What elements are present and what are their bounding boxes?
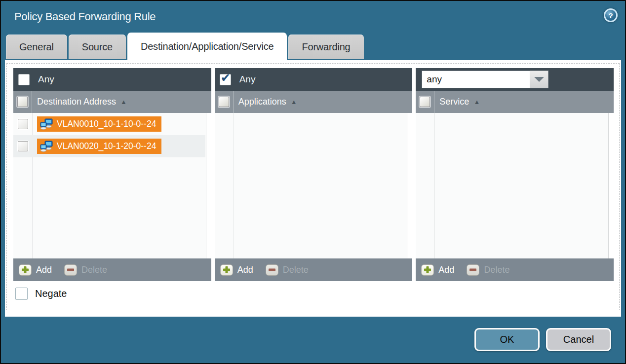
applications-column-header-row: Applications ▲ [215,91,413,113]
destination-row-2-checkbox[interactable] [18,141,28,151]
applications-any-bar: Any [215,68,413,91]
address-object-icon [40,118,53,130]
destination-add-button[interactable]: Add [19,264,52,276]
applications-list [215,113,413,258]
destination-select-all-checkbox[interactable] [17,97,28,107]
applications-column: Any Applications ▲ Add [215,68,413,281]
tab-bar: General Source Destination/Application/S… [6,33,365,60]
minus-icon [266,264,278,276]
service-select-all-checkbox[interactable] [420,97,430,107]
destination-column-header-row: Destination Address ▲ [13,91,211,113]
sort-asc-icon: ▲ [473,98,480,106]
scrollbar-track[interactable] [407,113,412,258]
scrollbar-track[interactable] [206,113,211,258]
service-toolbar: Add Delete [416,258,614,281]
address-object-label: VLAN0020_10-1-20-0--24 [57,141,156,151]
minus-icon [467,264,479,276]
service-dropdown[interactable]: any [422,71,548,88]
destination-address-column: Any Destination Address ▲ [13,68,211,281]
destination-column-header[interactable]: Destination Address [37,97,116,107]
destination-row-2[interactable]: VLAN0020_10-1-20-0--24 [13,135,205,157]
dialog-title: Policy Based Forwarding Rule [1,10,156,23]
negate-label: Negate [35,288,67,299]
service-column-header-row: Service ▲ [416,91,614,113]
address-object-chip[interactable]: VLAN0010_10-1-10-0--24 [37,116,161,132]
service-delete-button[interactable]: Delete [467,264,509,276]
destination-list: VLAN0010_10-1-10-0--24 [13,113,211,258]
destination-any-label: Any [38,74,54,85]
address-object-label: VLAN0010_10-1-10-0--24 [57,119,156,129]
tab-source[interactable]: Source [69,35,126,59]
applications-toolbar: Add Delete [215,258,413,281]
plus-icon [19,264,32,276]
service-list [416,113,614,258]
service-add-button[interactable]: Add [421,264,454,276]
applications-select-all-checkbox[interactable] [219,97,229,107]
negate-row: Negate [15,288,67,300]
applications-delete-button[interactable]: Delete [266,264,309,276]
destination-row-1[interactable]: VLAN0010_10-1-10-0--24 [13,113,211,135]
cancel-button[interactable]: Cancel [546,328,611,351]
destination-any-checkbox[interactable] [18,74,30,85]
destination-delete-button[interactable]: Delete [64,264,107,276]
help-glyph: ? [608,11,613,20]
sort-asc-icon: ▲ [120,98,127,106]
plus-icon [421,264,434,276]
tab-general[interactable]: General [6,35,67,59]
policy-based-forwarding-dialog: Policy Based Forwarding Rule ? General S… [0,0,626,364]
dialog-titlebar: Policy Based Forwarding Rule ? [1,1,625,33]
plus-icon [220,264,233,276]
service-column-header[interactable]: Service [439,97,469,107]
minus-icon [64,264,77,276]
tab-panel-destination-application-service: Any Destination Address ▲ [5,60,621,317]
destination-toolbar: Add Delete [13,258,211,281]
help-icon[interactable]: ? [604,8,618,22]
applications-any-label: Any [239,74,256,85]
service-dropdown-bar: any [416,68,614,91]
tab-forwarding[interactable]: Forwarding [288,35,363,59]
service-column: any Service ▲ [416,68,614,281]
applications-column-header[interactable]: Applications [238,97,286,107]
ok-button[interactable]: OK [474,328,540,351]
destination-row-1-checkbox[interactable] [18,119,28,129]
selector-columns: Any Destination Address ▲ [13,68,614,281]
address-object-icon [40,141,53,152]
dropdown-arrow-button[interactable] [530,71,548,88]
tab-destination-application-service[interactable]: Destination/Application/Service [127,33,287,60]
dialog-button-bar: OK Cancel [474,328,611,351]
scrollbar-track[interactable] [608,113,614,258]
negate-checkbox[interactable] [15,288,28,300]
address-object-chip[interactable]: VLAN0020_10-1-20-0--24 [37,139,161,154]
destination-any-bar: Any [13,68,211,91]
service-dropdown-value[interactable]: any [422,71,530,88]
applications-add-button[interactable]: Add [220,264,253,276]
applications-any-checkbox[interactable] [220,74,231,85]
chevron-down-icon [534,77,544,82]
sort-asc-icon: ▲ [291,98,297,106]
